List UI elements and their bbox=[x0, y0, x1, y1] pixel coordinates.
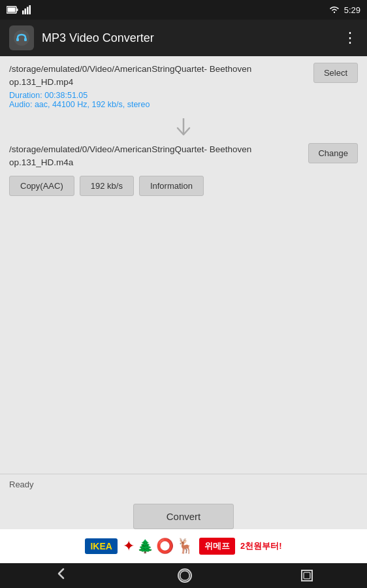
overflow-menu-icon[interactable]: ⋮ bbox=[343, 29, 358, 46]
output-file-info: /storage/emulated/0/Video/AmericanString… bbox=[9, 143, 308, 169]
top-app-bar: MP3 Video Converter ⋮ bbox=[0, 20, 367, 56]
file-audio: Audio: aac, 44100 Hz, 192 kb/s, stereo bbox=[9, 100, 307, 109]
input-file-path: /storage/emulated/0/Video/AmericanString… bbox=[9, 64, 251, 87]
svg-rect-5 bbox=[27, 7, 29, 15]
file-duration: Duration: 00:38:51.05 bbox=[9, 91, 307, 100]
input-file-row: /storage/emulated/0/Video/AmericanString… bbox=[9, 63, 358, 109]
status-bar: 5:29 bbox=[0, 0, 367, 20]
app-icon bbox=[12, 29, 31, 47]
change-button[interactable]: Change bbox=[308, 143, 358, 163]
input-file-info: /storage/emulated/0/Video/AmericanString… bbox=[9, 63, 313, 109]
ikea-logo: IKEA bbox=[85, 538, 117, 554]
signal-icon bbox=[22, 5, 31, 14]
svg-rect-3 bbox=[22, 10, 24, 14]
arrow-section bbox=[9, 113, 358, 143]
convert-button[interactable]: Convert bbox=[133, 504, 234, 529]
svg-rect-6 bbox=[29, 5, 31, 14]
nav-bar bbox=[0, 563, 367, 588]
bottom-section: Ready Convert bbox=[0, 474, 367, 529]
output-file-row: /storage/emulated/0/Video/AmericanString… bbox=[9, 143, 358, 169]
ad-content: IKEA ✦ 🌲 ⭕ 🦌 위메프 2천원부터! bbox=[85, 538, 281, 555]
ad-text: 2천원부터! bbox=[240, 540, 282, 552]
svg-point-8 bbox=[14, 30, 29, 46]
arrow-down-icon bbox=[174, 117, 193, 139]
ad-banner[interactable]: IKEA ✦ 🌲 ⭕ 🦌 위메프 2천원부터! bbox=[0, 529, 367, 563]
output-file-path: /storage/emulated/0/Video/AmericanString… bbox=[9, 144, 251, 167]
home-button[interactable] bbox=[178, 568, 192, 583]
back-button[interactable] bbox=[54, 566, 69, 585]
main-content: /storage/emulated/0/Video/AmericanString… bbox=[0, 56, 367, 203]
app-title: MP3 Video Converter bbox=[42, 31, 154, 45]
svg-point-12 bbox=[180, 571, 190, 581]
status-bar-right: 5:29 bbox=[328, 5, 360, 15]
app-logo bbox=[9, 25, 34, 50]
convert-btn-wrap: Convert bbox=[0, 504, 367, 529]
select-button[interactable]: Select bbox=[313, 63, 358, 83]
wemakeprice-logo: 위메프 bbox=[199, 538, 235, 555]
svg-rect-13 bbox=[304, 572, 310, 579]
svg-rect-2 bbox=[8, 8, 16, 12]
svg-rect-10 bbox=[24, 38, 27, 41]
copy-aac-button[interactable]: Copy(AAC) bbox=[9, 176, 74, 196]
battery-icon bbox=[7, 5, 18, 14]
recent-apps-button[interactable] bbox=[301, 570, 313, 581]
information-button[interactable]: Information bbox=[139, 176, 204, 196]
tree-icon: 🌲 bbox=[137, 538, 153, 554]
options-row: Copy(AAC) 192 kb/s Information bbox=[9, 176, 358, 196]
wreath-icon: ⭕ bbox=[156, 538, 174, 555]
svg-point-7 bbox=[334, 12, 335, 13]
wifi-icon bbox=[328, 5, 340, 14]
ad-icons: ✦ 🌲 ⭕ 🦌 bbox=[123, 538, 194, 555]
star-icon: ✦ bbox=[123, 538, 135, 555]
bitrate-button[interactable]: 192 kb/s bbox=[80, 176, 134, 196]
status-bar-left bbox=[7, 5, 31, 14]
top-bar-left: MP3 Video Converter bbox=[9, 25, 154, 50]
deer-icon: 🦌 bbox=[176, 538, 194, 555]
svg-rect-9 bbox=[16, 38, 19, 41]
svg-rect-1 bbox=[17, 8, 18, 11]
ready-status: Ready bbox=[0, 474, 367, 495]
svg-rect-4 bbox=[25, 8, 27, 14]
time-display: 5:29 bbox=[344, 5, 360, 15]
